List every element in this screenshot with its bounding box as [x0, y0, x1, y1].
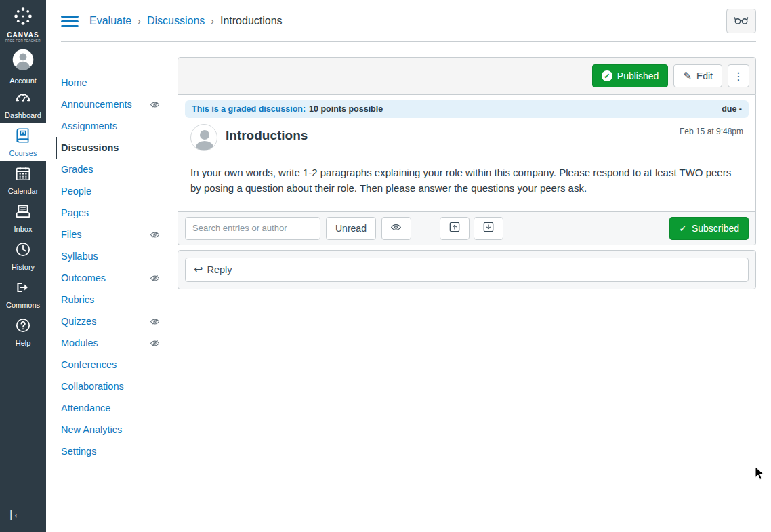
canvas-logo-icon	[12, 5, 34, 30]
course-nav-item-discussions[interactable]: Discussions	[56, 137, 169, 159]
global-nav-inbox[interactable]: Inbox	[0, 199, 46, 237]
course-nav-item-people[interactable]: People	[61, 180, 169, 202]
global-nav-sidebar: CANVAS FREE FOR TEACHER Account	[0, 0, 46, 532]
global-nav-courses[interactable]: Courses	[0, 123, 46, 161]
breadcrumb-discussions[interactable]: Discussions	[147, 15, 205, 27]
commons-share-arrow-icon	[14, 279, 32, 299]
unread-eye-button[interactable]	[381, 217, 411, 240]
collapse-global-nav-button[interactable]: |←	[0, 498, 46, 532]
hidden-eye-icon	[150, 316, 160, 327]
author-avatar	[190, 124, 217, 151]
header-divider	[61, 41, 756, 42]
search-input[interactable]	[185, 217, 320, 240]
kebab-icon: ⋮	[733, 70, 744, 83]
unread-filter-button[interactable]: Unread	[326, 217, 376, 240]
course-nav-item-announcements[interactable]: Announcements	[61, 94, 169, 115]
breadcrumb-current-page: Introductions	[220, 15, 283, 27]
collapse-up-icon	[449, 222, 460, 234]
course-nav-item-conferences[interactable]: Conferences	[61, 354, 169, 375]
history-clock-icon	[14, 241, 32, 261]
account-avatar-icon	[11, 47, 35, 75]
mouse-cursor	[755, 466, 766, 484]
course-nav-item-rubrics[interactable]: Rubrics	[61, 289, 169, 310]
discussion-title: Introductions	[226, 128, 308, 143]
course-nav-item-modules[interactable]: Modules	[61, 332, 169, 354]
eye-icon	[390, 222, 402, 235]
discussion-card: This is a graded discussion: 10 points p…	[178, 95, 756, 212]
course-nav-item-new-analytics[interactable]: New Analytics	[61, 419, 169, 441]
discussion-toolbar: Unread	[178, 212, 756, 245]
pencil-icon: ✎	[683, 70, 692, 82]
inbox-icon	[14, 203, 32, 223]
course-nav-item-pages[interactable]: Pages	[61, 202, 169, 224]
points-possible-text: 10 points possible	[309, 104, 383, 114]
published-check-icon: ✓	[602, 70, 612, 81]
breadcrumb: Evaluate › Discussions › Introductions	[89, 15, 283, 27]
course-nav-item-attendance[interactable]: Attendance	[61, 397, 169, 419]
course-nav-item-grades[interactable]: Grades	[61, 159, 169, 180]
hidden-eye-icon	[150, 338, 160, 348]
course-nav-sidebar: Home Announcements Assignments Discussio…	[61, 57, 169, 462]
reply-section: ↩ Reply	[178, 250, 756, 289]
subscribed-button[interactable]: ✓ Subscribed	[669, 217, 749, 240]
expand-down-icon	[483, 222, 494, 234]
calendar-icon	[14, 165, 32, 185]
dashboard-gauge-icon	[14, 89, 32, 109]
global-nav-commons[interactable]: Commons	[0, 274, 46, 312]
canvas-discussion-page: CANVAS FREE FOR TEACHER Account	[0, 0, 771, 532]
expand-replies-button[interactable]	[474, 217, 503, 240]
published-button[interactable]: ✓ Published	[592, 64, 669, 87]
course-nav-item-outcomes[interactable]: Outcomes	[61, 267, 169, 289]
reply-arrow-icon: ↩	[194, 263, 203, 276]
hidden-eye-icon	[150, 230, 160, 240]
global-nav-history[interactable]: History	[0, 237, 46, 274]
more-options-button[interactable]: ⋮	[728, 64, 749, 87]
discussion-body-text: In your own words, write 1-2 paragraphs …	[190, 165, 739, 197]
breadcrumb-separator-icon: ›	[138, 16, 141, 26]
student-view-button[interactable]	[726, 9, 756, 33]
graded-notice-text: This is a graded discussion:	[192, 104, 306, 114]
global-nav-calendar[interactable]: Calendar	[0, 161, 46, 199]
canvas-logo-subtitle: FREE FOR TEACHER	[5, 39, 41, 43]
discussion-main: ✓ Published ✎ Edit ⋮ This is a graded di…	[178, 57, 756, 289]
collapse-arrow-icon: |←	[9, 508, 24, 520]
course-nav-item-syllabus[interactable]: Syllabus	[61, 245, 169, 267]
due-date-text: due -	[722, 104, 742, 114]
global-nav-account[interactable]: Account	[0, 47, 46, 85]
canvas-logo[interactable]: CANVAS FREE FOR TEACHER	[0, 0, 46, 47]
discussion-action-bar: ✓ Published ✎ Edit ⋮	[178, 57, 756, 95]
course-nav-item-files[interactable]: Files	[61, 224, 169, 245]
collapse-expand-group	[440, 217, 503, 240]
subscribed-check-icon: ✓	[679, 223, 687, 234]
course-nav-item-settings[interactable]: Settings	[61, 441, 169, 462]
global-nav-dashboard[interactable]: Dashboard	[0, 85, 46, 123]
course-nav-item-collaborations[interactable]: Collaborations	[61, 375, 169, 397]
hidden-eye-icon	[150, 100, 160, 110]
help-question-icon	[14, 316, 32, 337]
breadcrumb-course[interactable]: Evaluate	[89, 15, 131, 27]
edit-button[interactable]: ✎ Edit	[673, 64, 722, 87]
discussion-title-row: Introductions Feb 15 at 9:48pm	[185, 124, 749, 151]
collapse-replies-button[interactable]	[440, 217, 470, 240]
graded-discussion-banner: This is a graded discussion: 10 points p…	[185, 100, 749, 118]
course-nav-item-home[interactable]: Home	[61, 72, 169, 94]
canvas-logo-title: CANVAS	[7, 31, 39, 39]
courses-book-icon	[14, 127, 32, 147]
discussion-date: Feb 15 at 9:48pm	[680, 127, 743, 136]
global-nav-help[interactable]: Help	[0, 312, 46, 350]
breadcrumb-separator-icon: ›	[211, 16, 214, 26]
hamburger-menu-icon[interactable]	[61, 13, 79, 30]
reply-button[interactable]: ↩ Reply	[185, 258, 749, 282]
hidden-eye-icon	[150, 273, 160, 283]
glasses-icon	[734, 16, 749, 27]
course-nav-item-quizzes[interactable]: Quizzes	[61, 310, 169, 332]
page-header: Evaluate › Discussions › Introductions	[46, 0, 771, 42]
course-nav-item-assignments[interactable]: Assignments	[61, 115, 169, 137]
